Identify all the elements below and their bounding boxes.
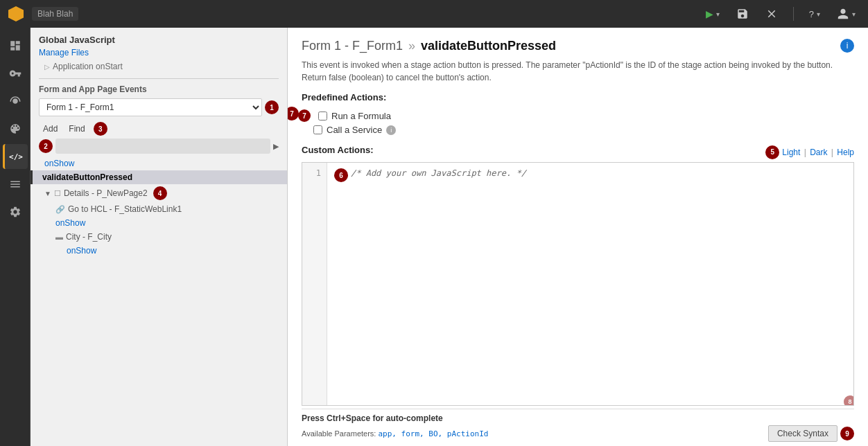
info-badge[interactable]: i (840, 39, 854, 53)
add-button[interactable]: Add (40, 123, 60, 135)
link-icon: 🔗 (55, 205, 65, 214)
onshow-2-label: onShow (55, 218, 85, 228)
save-icon (736, 8, 749, 20)
badge-9: 9 (840, 427, 854, 440)
validate-label: validateButtonPressed (42, 172, 132, 182)
help-icon: ? (809, 9, 814, 19)
breadcrumb-title: Form 1 - F_Form1 » validateButtonPressed (302, 39, 854, 53)
badge-2: 2 (39, 139, 53, 153)
page-icon: ☐ (54, 189, 61, 198)
play-dropdown-arrow: ▾ (716, 10, 720, 18)
close-icon (765, 8, 778, 20)
form-dropdown[interactable]: Form 1 - F_Form1 (39, 98, 262, 116)
app-onstart-label: Application onStart (53, 62, 123, 71)
badge-1: 1 (265, 100, 279, 114)
sidebar-item-code[interactable]: </> (3, 144, 28, 169)
predefined-actions: Predefined Actions: 7 7 Run a Formula Ca… (302, 92, 854, 138)
help-button[interactable]: ? ▾ (805, 6, 824, 22)
sidebar-item-key[interactable] (3, 61, 28, 86)
app-title: Blah Blah (32, 7, 78, 21)
global-js-title: Global JavaScript (39, 35, 279, 45)
dark-link[interactable]: Dark (810, 148, 827, 157)
tree-item-onshow-2[interactable]: onShow (31, 216, 287, 230)
theme-links: Light | Dark | Help (782, 148, 854, 157)
tree-item-validate[interactable]: validateButtonPressed (31, 170, 287, 184)
bottom-bar: Press Ctrl+Space for auto-complete Avail… (302, 409, 854, 446)
custom-actions-label: Custom Actions: (302, 145, 374, 155)
badge-7-inline: 7 (298, 109, 311, 122)
right-panel: i Form 1 - F_Form1 » validateButtonPress… (288, 28, 868, 446)
check-syntax-button[interactable]: Check Syntax (768, 425, 837, 442)
form-dropdown-row: Form 1 - F_Form1 1 (39, 98, 279, 116)
add-find-row: Add Find 3 (39, 122, 279, 136)
run-formula-label: Run a Formula (331, 111, 391, 121)
find-button[interactable]: Find (66, 123, 87, 135)
search-row: 2 ▶ (39, 139, 279, 154)
available-params: Available Parameters: app, form, BO, pAc… (302, 429, 488, 438)
sidebar-item-dashboard[interactable] (3, 33, 28, 58)
play-button[interactable]: ▶ ▾ (702, 6, 724, 22)
call-service-checkbox[interactable] (313, 125, 322, 134)
city-label: City - F_City (66, 232, 112, 242)
tree-item-onshow-3[interactable]: onShow (31, 244, 287, 258)
icon-sidebar: </> (0, 28, 31, 446)
manage-files-link[interactable]: Manage Files (39, 48, 279, 57)
params-row: Available Parameters: app, form, BO, pAc… (302, 425, 854, 442)
params-values: app, form, BO, pActionId (378, 429, 488, 438)
tree-item-details[interactable]: ▼ ☐ Details - P_NewPage2 4 (31, 184, 287, 202)
code-comment[interactable]: /* Add your own JavaScript here. */ (351, 167, 847, 180)
event-name: validateButtonPressed (421, 39, 556, 53)
call-service-row: Call a Service i (302, 125, 854, 135)
badge-4: 4 (153, 186, 167, 200)
resize-handle[interactable]: 8 (844, 395, 852, 404)
panel-divider (39, 78, 279, 79)
call-service-info-icon[interactable]: i (386, 125, 396, 135)
sidebar-item-network[interactable] (3, 89, 28, 114)
badge-3: 3 (94, 122, 107, 136)
badge-5: 5 (765, 145, 779, 159)
details-label: Details - P_NewPage2 (64, 188, 148, 198)
user-button[interactable]: ▾ (833, 5, 860, 23)
tree-container: onShow validateButtonPressed ▼ ☐ Details… (31, 157, 287, 446)
toolbar-separator (793, 7, 794, 21)
breadcrumb-form: Form 1 - F_Form1 (302, 39, 403, 53)
run-formula-checkbox[interactable] (318, 112, 327, 121)
code-editor-area: 1 6 /* Add your own JavaScript here. */ (302, 163, 853, 405)
goto-hcl-label: Go to HCL - F_StaticWebLink1 (68, 204, 182, 214)
light-link[interactable]: Light (782, 148, 800, 157)
main-layout: </> Global JavaScript Manage Files ▷ App… (0, 28, 868, 446)
search-arrow[interactable]: ▶ (273, 142, 279, 151)
close-button[interactable] (761, 5, 782, 23)
sidebar-item-list[interactable] (3, 172, 28, 197)
field-icon: ▬ (55, 233, 63, 241)
app-logo (8, 6, 24, 21)
predefined-label: Predefined Actions: (302, 92, 854, 102)
app-onstart-item[interactable]: ▷ Application onStart (39, 62, 279, 71)
run-formula-row: 7 Run a Formula (302, 109, 854, 122)
play-small-icon: ▷ (44, 63, 50, 71)
call-service-label: Call a Service (327, 125, 382, 135)
tree-item-city[interactable]: ▬ City - F_City (31, 230, 287, 244)
code-editor-wrapper: 1 6 /* Add your own JavaScript here. */ … (302, 162, 854, 406)
breadcrumb-separator: » (408, 39, 415, 53)
sidebar-item-settings[interactable] (3, 199, 28, 224)
tree-item-goto-hcl[interactable]: 🔗 Go to HCL - F_StaticWebLink1 (31, 202, 287, 216)
save-button[interactable] (732, 5, 753, 23)
help-link[interactable]: Help (837, 148, 854, 157)
keyboard-shortcut: Press Ctrl+Space for auto-complete (302, 413, 854, 423)
section-title: Form and App Page Events (39, 84, 279, 94)
onshow-1-label: onShow (44, 159, 74, 168)
badge-8: 8 (844, 395, 854, 406)
line-number-1: 1 (302, 167, 327, 180)
event-description: This event is invoked when a stage actio… (302, 59, 842, 84)
search-bar[interactable] (55, 139, 270, 154)
badge-6: 6 (334, 168, 348, 182)
left-panel: Global JavaScript Manage Files ▷ Applica… (31, 28, 287, 446)
left-panel-top: Global JavaScript Manage Files ▷ Applica… (31, 28, 287, 157)
top-bar: Blah Blah ▶ ▾ ? ▾ ▾ (0, 0, 868, 28)
play-icon: ▶ (706, 8, 713, 19)
onshow-3-label: onShow (67, 246, 96, 256)
tree-item-onshow-1[interactable]: onShow (31, 157, 287, 170)
params-label: Available Parameters: (302, 429, 376, 438)
sidebar-item-paint[interactable] (3, 116, 28, 141)
